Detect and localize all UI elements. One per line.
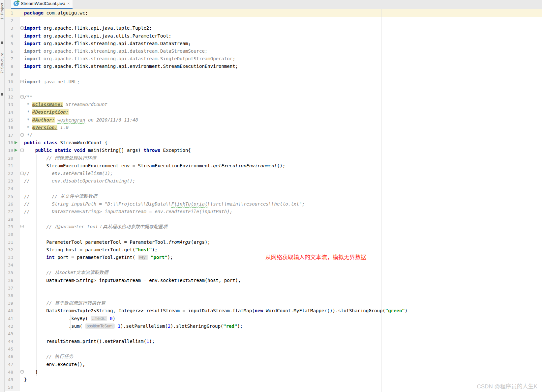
gutter-cell[interactable]: 14 (5, 108, 20, 116)
line-number[interactable]: 8 (5, 63, 13, 70)
line-number[interactable]: 22 (5, 170, 13, 177)
fold-start-marker-icon[interactable]: - (20, 26, 24, 30)
line-number[interactable]: 42 (5, 322, 13, 330)
line-number[interactable]: 50 (5, 383, 13, 391)
code-editor[interactable]: 1package com.atguigu.wc;23-import org.ap… (5, 9, 542, 392)
gutter-cell[interactable]: 16 (5, 124, 20, 131)
code-line[interactable]: 28 (5, 215, 542, 223)
code-line[interactable]: 6import org.apache.flink.streaming.api.d… (5, 47, 542, 55)
gutter-cell[interactable]: 49 (5, 376, 20, 383)
gutter-cell[interactable]: 44 (5, 338, 20, 345)
gutter-cell[interactable]: 2 (5, 17, 20, 24)
line-number[interactable]: 46 (5, 353, 13, 360)
line-number[interactable]: 48 (5, 368, 13, 376)
code-line[interactable]: 47 env.execute(); (5, 361, 542, 368)
gutter-cell[interactable]: 11 (5, 86, 20, 93)
gutter-cell[interactable]: 25 (5, 193, 20, 200)
gutter-cell[interactable]: 48 (5, 368, 20, 376)
gutter-cell[interactable]: 24 (5, 185, 20, 192)
gutter-cell[interactable]: 21 (5, 162, 20, 170)
tool-window-square-icon[interactable] (1, 42, 3, 44)
line-number[interactable]: 44 (5, 338, 13, 345)
gutter-cell[interactable]: 22 (5, 170, 20, 177)
fold-start-marker-icon[interactable]: - (20, 172, 24, 175)
line-number[interactable]: 10 (5, 78, 13, 86)
code-line[interactable]: 24 (5, 185, 542, 192)
line-number[interactable]: 32 (5, 246, 13, 254)
gutter-cell[interactable]: 36 (5, 277, 20, 284)
run-icon[interactable] (15, 149, 17, 152)
gutter-cell[interactable]: 46 (5, 353, 20, 360)
gutter-cell[interactable]: 28 (5, 215, 20, 223)
line-number[interactable]: 21 (5, 162, 13, 170)
gutter-cell[interactable]: 29 (5, 223, 20, 231)
gutter-cell[interactable]: 9 (5, 70, 20, 78)
gutter-cell[interactable]: 39 (5, 299, 20, 307)
run-icon[interactable] (15, 141, 17, 144)
gutter-cell[interactable]: 41 (5, 315, 20, 322)
code-line[interactable]: 36 DataStream<String> inputDataStream = … (5, 277, 542, 284)
gutter-cell[interactable]: 6 (5, 47, 20, 55)
code-line[interactable]: 9 (5, 70, 542, 78)
code-line[interactable]: 25// // 从文件中读取数据 (5, 193, 542, 200)
code-line[interactable]: 32 String host = parameterTool.get("host… (5, 246, 542, 254)
gutter-cell[interactable]: 26 (5, 200, 20, 208)
line-number[interactable]: 36 (5, 277, 13, 284)
line-number[interactable]: 5 (5, 40, 13, 47)
gutter-cell[interactable]: 18 (5, 139, 20, 147)
code-line[interactable]: 27// DataStream<String> inputDataStream … (5, 208, 542, 215)
line-number[interactable]: 2 (5, 17, 13, 24)
code-line[interactable]: 50 (5, 383, 542, 391)
gutter-cell[interactable]: 31 (5, 238, 20, 246)
line-number[interactable]: 34 (5, 261, 13, 269)
gutter-cell[interactable]: 47 (5, 361, 20, 368)
code-line[interactable]: 23// env.disableOperatorChaining(); (5, 177, 542, 185)
gutter-cell[interactable]: 50 (5, 383, 20, 391)
line-number[interactable]: 19 (5, 147, 13, 154)
gutter-cell[interactable]: 10 (5, 78, 20, 86)
code-line[interactable]: 16 * @Version: 1.0 (5, 124, 542, 131)
line-number[interactable]: 31 (5, 238, 13, 246)
fold-end-marker-icon[interactable]: - (20, 370, 24, 374)
line-number[interactable]: 23 (5, 177, 13, 185)
code-line[interactable]: 49} (5, 376, 542, 383)
fold-start-marker-icon[interactable]: - (20, 149, 24, 152)
gutter-cell[interactable]: 15 (5, 116, 20, 124)
line-number[interactable]: 6 (5, 47, 13, 55)
line-number[interactable]: 33 (5, 254, 13, 261)
gutter-cell[interactable]: 19 (5, 147, 20, 154)
code-line[interactable]: 41 .keyBy( ...fields: 0) (5, 315, 542, 322)
line-number[interactable]: 24 (5, 185, 13, 192)
gutter-cell[interactable]: 5 (5, 40, 20, 47)
fold-end-marker-icon[interactable]: - (20, 225, 24, 228)
code-line[interactable]: 45 (5, 345, 542, 353)
code-line[interactable]: 11 (5, 86, 542, 93)
line-number[interactable]: 14 (5, 108, 13, 116)
gutter-cell[interactable]: 34 (5, 261, 20, 269)
code-line[interactable]: 43 (5, 330, 542, 338)
line-number[interactable]: 20 (5, 154, 13, 162)
line-number[interactable]: 15 (5, 116, 13, 124)
code-line[interactable]: 44 resultStream.print().setParallelism(1… (5, 338, 542, 345)
code-line[interactable]: 14 * @Description: (5, 108, 542, 116)
gutter-cell[interactable]: 40 (5, 307, 20, 315)
line-number[interactable]: 26 (5, 200, 13, 208)
code-line[interactable]: 29- // 用parameter tool工具从程序启动参数中提取配置项 (5, 223, 542, 231)
gutter-cell[interactable]: 3 (5, 24, 20, 32)
fold-start-marker-icon[interactable]: - (20, 80, 24, 83)
line-number[interactable]: 13 (5, 101, 13, 108)
code-line[interactable]: 46 // 执行任务 (5, 353, 542, 360)
gutter-cell[interactable]: 23 (5, 177, 20, 185)
tool-window-square-icon-2[interactable] (1, 93, 3, 96)
code-line[interactable]: 2 (5, 17, 542, 24)
line-number[interactable]: 37 (5, 284, 13, 292)
code-line[interactable]: 30 (5, 231, 542, 238)
line-number[interactable]: 29 (5, 223, 13, 231)
gutter-cell[interactable]: 37 (5, 284, 20, 292)
code-line[interactable]: 18public class StreamWordCount { (5, 139, 542, 147)
code-line[interactable]: 10-import java.net.URL; (5, 78, 542, 86)
tab-streamwordcount-java[interactable]: C StreamWordCount.java × (11, 0, 73, 9)
line-number[interactable]: 16 (5, 124, 13, 131)
line-number[interactable]: 27 (5, 208, 13, 215)
code-line[interactable]: 48- } (5, 368, 542, 376)
